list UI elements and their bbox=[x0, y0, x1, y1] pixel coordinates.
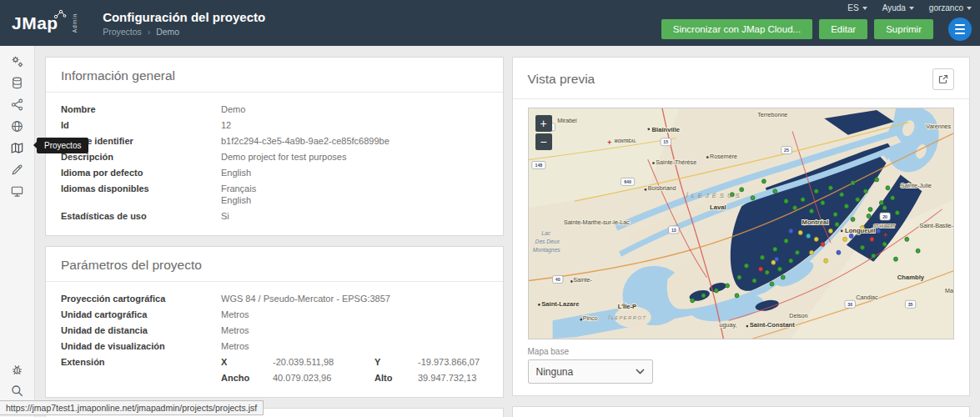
field-value: Metros bbox=[221, 340, 249, 352]
extension-y-value: -19.973.866,07 bbox=[418, 356, 488, 368]
breadcrumb-projects[interactable]: Proyectos bbox=[103, 27, 142, 37]
sidebar-item-settings[interactable] bbox=[10, 54, 24, 68]
info-row-idiomas-disponibles: Idiomas disponiblesFrançais English bbox=[61, 180, 488, 208]
svg-text:Sainte-Marthe-sur-le-Lac: Sainte-Marthe-sur-le-Lac bbox=[563, 219, 629, 226]
svg-text:Sainte-: Sainte- bbox=[573, 276, 592, 284]
svg-text:Rosemère: Rosemère bbox=[710, 152, 737, 159]
field-label: Idioma por defecto bbox=[61, 167, 221, 178]
svg-text:30: 30 bbox=[847, 302, 852, 307]
svg-text:L'Île-P: L'Île-P bbox=[617, 303, 636, 310]
language-menu[interactable]: ES bbox=[847, 3, 867, 13]
svg-text:Pinco: Pinco bbox=[582, 314, 597, 322]
info-row-identifier: Unique identifierb1f2c294-c3e5-4a9b-9ae2… bbox=[61, 133, 488, 148]
svg-text:Laval: Laval bbox=[710, 203, 726, 211]
svg-text:40: 40 bbox=[555, 277, 560, 282]
field-label: Unidad de distancia bbox=[61, 324, 221, 336]
svg-text:+: + bbox=[882, 231, 887, 239]
sidebar-item-data[interactable] bbox=[10, 76, 24, 90]
extension-x-value: -20.039.511,98 bbox=[273, 356, 374, 368]
info-row-descripcion: DescripciónDemo project for test purpose… bbox=[61, 148, 488, 164]
svg-text:Delson: Delson bbox=[789, 312, 807, 319]
info-row-idioma: Idioma por defectoEnglish bbox=[61, 164, 488, 180]
map-zoom-controls: + − bbox=[535, 115, 552, 150]
info-row-id: Id12 bbox=[61, 117, 488, 133]
breadcrumb: Proyectos › Demo bbox=[103, 27, 265, 37]
info-row-estadisticas: Estadísticas de usoSi bbox=[61, 208, 488, 224]
status-url: https://jmap7test1.jmaponline.net/jmapad… bbox=[0, 400, 264, 415]
svg-text:15: 15 bbox=[663, 139, 668, 144]
field-label: Proyección cartográfica bbox=[61, 293, 221, 304]
svg-text:Î L E J É S U S: Î L E J É S U S bbox=[686, 192, 740, 199]
svg-text:Varennes: Varennes bbox=[926, 123, 951, 130]
jmap-logo-admin-text: Admin bbox=[72, 13, 78, 33]
sidebar-item-search[interactable] bbox=[10, 384, 24, 398]
svg-text:Lac: Lac bbox=[541, 230, 550, 236]
jmap-logo[interactable]: JMap Admin bbox=[0, 0, 93, 46]
param-row-unidad-cartografica: Unidad cartográficaMetros bbox=[61, 306, 488, 322]
language-menu-label: ES bbox=[847, 3, 858, 13]
user-menu-label: gorzanco bbox=[929, 3, 963, 13]
app-header: JMap Admin Configuración del proyecto Pr… bbox=[0, 0, 980, 46]
preview-title: Vista previa bbox=[528, 72, 596, 87]
field-label: Unidad cartográfica bbox=[61, 309, 221, 320]
param-row-unidad-visualizacion: Unidad de visualizaciónMetros bbox=[61, 338, 488, 354]
project-params-title: Parámetros del proyecto bbox=[61, 258, 202, 273]
chevron-down-icon bbox=[862, 7, 867, 10]
svg-text:35: 35 bbox=[907, 302, 912, 307]
svg-text:Longueuil: Longueuil bbox=[845, 227, 875, 234]
preview-card: Vista previa bbox=[512, 57, 971, 396]
main-menu-button[interactable] bbox=[948, 18, 972, 41]
sidebar-item-share[interactable] bbox=[10, 98, 24, 112]
field-label: Estadísticas de uso bbox=[61, 210, 221, 222]
help-menu[interactable]: Ayuda bbox=[882, 3, 914, 13]
map-preview[interactable]: 5014815640132540203035 MirabelBlainville… bbox=[528, 108, 955, 339]
chevron-down-icon bbox=[909, 7, 914, 10]
delete-button[interactable]: Suprimir bbox=[874, 19, 933, 39]
svg-text:Boisbriand: Boisbriand bbox=[647, 184, 676, 192]
edit-button[interactable]: Editar bbox=[819, 19, 867, 39]
svg-text:Saint-Basile-: Saint-Basile- bbox=[919, 222, 953, 229]
user-menu[interactable]: gorzanco bbox=[929, 3, 972, 13]
chevron-down-icon bbox=[636, 369, 645, 374]
svg-text:Candiac: Candiac bbox=[856, 294, 878, 301]
external-link-icon bbox=[938, 74, 948, 84]
basemap-svg: 5014815640132540203035 MirabelBlainville… bbox=[529, 108, 954, 339]
svg-text:Sainte-Thérèse: Sainte-Thérèse bbox=[656, 158, 696, 165]
svg-text:148: 148 bbox=[535, 163, 542, 168]
zoom-out-button[interactable]: − bbox=[535, 133, 552, 150]
param-row-unidad-distancia: Unidad de distanciaMetros bbox=[61, 322, 488, 338]
top-menu: ES Ayuda gorzanco bbox=[847, 3, 972, 13]
sidebar-item-debug[interactable] bbox=[10, 362, 24, 376]
svg-text:Terrebonne: Terrebonne bbox=[757, 111, 787, 118]
icon-sidebar bbox=[0, 46, 35, 417]
sidebar-item-projects[interactable] bbox=[10, 141, 24, 155]
sidebar-item-deployments[interactable] bbox=[10, 119, 24, 133]
sidebar-item-applications[interactable] bbox=[10, 184, 24, 198]
param-row-proyeccion: Proyección cartográficaWGS 84 / Pseudo-M… bbox=[61, 290, 488, 306]
extension-x-label: X bbox=[221, 356, 273, 368]
field-label: Id bbox=[61, 119, 221, 131]
svg-text:20: 20 bbox=[882, 214, 887, 219]
jmap-logo-molecule-icon bbox=[53, 8, 67, 23]
svg-text:uguay,: uguay, bbox=[719, 321, 736, 329]
page-title: Configuración del proyecto bbox=[103, 10, 265, 24]
open-preview-button[interactable] bbox=[932, 68, 954, 90]
field-value: English bbox=[221, 167, 251, 178]
svg-text:25: 25 bbox=[784, 148, 789, 153]
field-value: Metros bbox=[221, 309, 249, 320]
svg-text:Blainville: Blainville bbox=[651, 126, 680, 133]
svg-text:13: 13 bbox=[671, 228, 676, 233]
svg-text:MONTRÉAL: MONTRÉAL bbox=[614, 138, 636, 143]
field-value: 12 bbox=[221, 119, 231, 131]
breadcrumb-separator: › bbox=[148, 27, 151, 37]
svg-text:ST-HUBERT: ST-HUBERT bbox=[873, 224, 895, 229]
svg-text:Montagnes: Montagnes bbox=[532, 247, 560, 254]
sync-jmap-cloud-button[interactable]: Sincronizar con JMap Cloud... bbox=[661, 19, 812, 39]
right-column: Vista previa bbox=[512, 57, 971, 406]
zoom-in-button[interactable]: + bbox=[535, 115, 552, 132]
main-content: Información general NombreDemo Id12 Uniq… bbox=[35, 46, 980, 417]
basemap-select[interactable]: Ninguna bbox=[528, 359, 653, 384]
sidebar-item-annotations[interactable] bbox=[10, 163, 24, 177]
extension-alto-label: Alto bbox=[374, 372, 418, 384]
param-row-extension: Extensión X -20.039.511,98 Y -19.973.866… bbox=[61, 354, 488, 385]
